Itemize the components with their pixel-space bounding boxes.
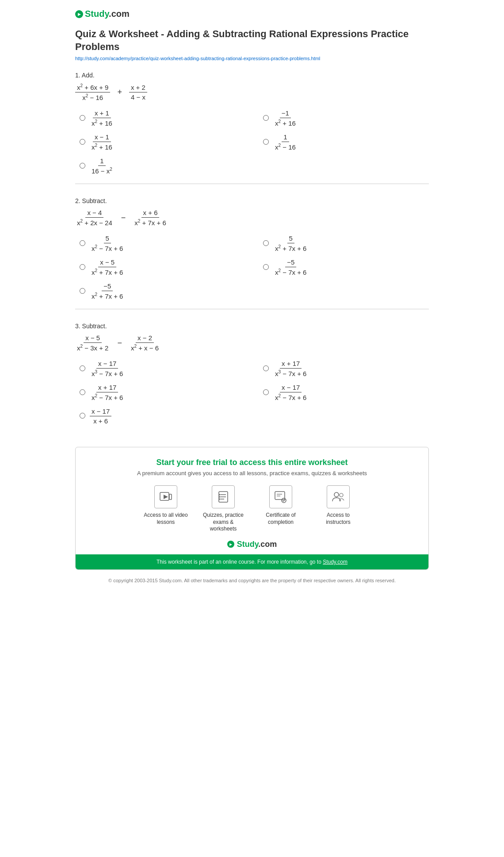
radio-button[interactable] <box>80 240 85 246</box>
question-2-answers: 5 x2 − 7x + 6 5 x2 + 7x + 6 x − 5 x2 + 7… <box>75 234 429 300</box>
answer-option[interactable]: 1 x2 − 16 <box>263 133 429 151</box>
question-3-expression: x − 5 x2 − 3x + 2 − x − 2 x2 + x − 6 <box>75 334 429 352</box>
radio-button[interactable] <box>263 240 269 246</box>
svg-point-8 <box>219 496 221 498</box>
instructors-label: Access to instructors <box>316 512 360 526</box>
promo-subtitle: A premium account gives you access to al… <box>89 470 415 477</box>
radio-button[interactable] <box>80 115 85 121</box>
answer-option[interactable]: 5 x2 + 7x + 6 <box>263 234 429 252</box>
answer-option[interactable]: x + 1 x2 + 16 <box>80 109 245 127</box>
answer-option[interactable]: x + 17 x3 − 7x + 6 <box>263 360 429 377</box>
radio-button[interactable] <box>263 139 269 145</box>
quizzes-label: Quizzes, practice exams & worksheets <box>201 512 245 533</box>
answer-option[interactable]: 1 16 − x2 <box>80 157 245 175</box>
svg-point-14 <box>334 492 339 497</box>
radio-button[interactable] <box>80 365 85 371</box>
promo-icons: Access to all video lessons Quizzes, pra… <box>89 485 415 533</box>
svg-point-7 <box>219 494 221 496</box>
promo-logo-text: Study.com <box>237 540 277 549</box>
video-icon <box>154 485 177 508</box>
promo-icon-instructors: Access to instructors <box>316 485 360 533</box>
answer-option[interactable]: x − 17 x2 − 7x + 6 <box>263 384 429 401</box>
certificate-label: Certificate of completion <box>259 512 303 526</box>
svg-rect-2 <box>169 494 172 500</box>
page-title: Quiz & Worksheet - Adding & Subtracting … <box>75 28 429 53</box>
promo-box: Start your free trial to access this ent… <box>75 447 429 570</box>
promo-logo: Study.com <box>89 540 415 549</box>
radio-button[interactable] <box>263 389 269 395</box>
instructors-icon <box>327 485 350 508</box>
answer-option[interactable]: x − 1 x2 + 16 <box>80 133 245 151</box>
video-label: Access to all video lessons <box>144 512 188 526</box>
svg-marker-1 <box>164 495 168 499</box>
answer-option[interactable]: 5 x2 − 7x + 6 <box>80 234 245 252</box>
promo-icon-certificate: Certificate of completion <box>259 485 303 533</box>
promo-logo-icon <box>227 541 234 548</box>
promo-banner-text: This worksheet is part of an online cour… <box>157 559 347 565</box>
radio-button[interactable] <box>80 139 85 145</box>
question-3-label: 3. Subtract. <box>75 323 429 330</box>
answer-option[interactable]: −5 x2 + 7x + 6 <box>80 282 245 300</box>
logo: Study.com <box>75 9 429 19</box>
radio-button[interactable] <box>263 365 269 371</box>
certificate-icon <box>269 485 292 508</box>
page-url[interactable]: http://study.com/academy/practice/quiz-w… <box>75 56 429 61</box>
logo-icon <box>75 10 83 18</box>
question-2-expression: x − 4 x2 + 2x − 24 − x + 6 x2 + 7x + 6 <box>75 209 429 227</box>
radio-button[interactable] <box>263 264 269 270</box>
radio-button[interactable] <box>80 389 85 395</box>
answer-option[interactable]: x − 5 x2 + 7x + 6 <box>80 258 245 276</box>
radio-button[interactable] <box>263 115 269 121</box>
radio-button[interactable] <box>80 264 85 270</box>
logo-text: Study.com <box>85 9 130 19</box>
question-1-answers: x + 1 x2 + 16 −1 x2 + 16 x − 1 x2 + 16 <box>75 109 429 175</box>
question-3-answers: x − 17 x3 − 7x + 6 x + 17 x3 − 7x + 6 x … <box>75 360 429 425</box>
answer-option[interactable]: x + 17 x2 − 7x + 6 <box>80 384 245 401</box>
promo-icon-quizzes: Quizzes, practice exams & worksheets <box>201 485 245 533</box>
answer-option[interactable]: x − 17 x + 6 <box>80 407 245 425</box>
answer-option[interactable]: x − 17 x3 − 7x + 6 <box>80 360 245 377</box>
copyright: © copyright 2003-2015 Study.com. All oth… <box>75 577 429 593</box>
question-2: 2. Subtract. x − 4 x2 + 2x − 24 − x + 6 … <box>75 197 429 309</box>
radio-button[interactable] <box>80 288 85 294</box>
question-3: 3. Subtract. x − 5 x2 − 3x + 2 − x − 2 x… <box>75 323 429 434</box>
promo-title: Start your free trial to access this ent… <box>89 458 415 467</box>
quizzes-icon <box>212 485 235 508</box>
question-2-label: 2. Subtract. <box>75 197 429 204</box>
question-1: 1. Add. x2 + 6x + 9 x2 − 16 + x + 2 4 − … <box>75 72 429 184</box>
promo-icon-video: Access to all video lessons <box>144 485 188 533</box>
radio-button[interactable] <box>80 413 85 419</box>
study-link[interactable]: Study.com <box>323 559 347 565</box>
svg-point-9 <box>219 499 221 500</box>
answer-option[interactable]: −5 x2 − 7x + 6 <box>263 258 429 276</box>
question-1-label: 1. Add. <box>75 72 429 79</box>
svg-point-15 <box>340 493 343 497</box>
answer-option[interactable]: −1 x2 + 16 <box>263 109 429 127</box>
question-1-expression: x2 + 6x + 9 x2 − 16 + x + 2 4 − x <box>75 83 429 101</box>
promo-banner: This worksheet is part of an online cour… <box>76 554 428 569</box>
radio-button[interactable] <box>80 163 85 169</box>
